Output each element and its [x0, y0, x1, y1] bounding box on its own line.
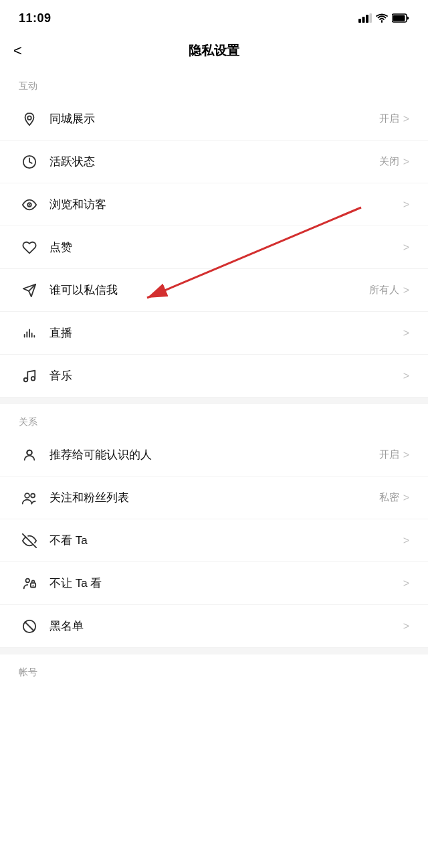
menu-arrow-live: > [403, 327, 409, 339]
svg-point-21 [25, 493, 29, 498]
status-bar: 11:09 [0, 0, 428, 33]
svg-rect-2 [366, 15, 368, 23]
menu-value-active: 关闭 [379, 155, 399, 168]
menu-arrow-followlist: > [403, 492, 409, 504]
menu-arrow-active: > [403, 156, 409, 168]
menu-arrow-message: > [403, 284, 409, 296]
menu-item-blacklist[interactable]: 黑名单 > [0, 605, 428, 648]
section-divider [0, 398, 428, 404]
menu-arrow-browse: > [403, 199, 409, 211]
menu-label-blacklist: 黑名单 [49, 618, 399, 634]
menu-arrow-notwatch: > [403, 535, 409, 547]
menu-arrow-recommend: > [403, 449, 409, 461]
menu-value-message: 所有人 [369, 284, 399, 296]
menu-label-music: 音乐 [49, 368, 399, 383]
section-label-guanxi: 关系 [0, 404, 428, 434]
menu-item-notwatch[interactable]: 不看 Ta > [0, 519, 428, 562]
svg-rect-0 [358, 19, 361, 23]
svg-line-28 [25, 622, 34, 630]
heart-icon [19, 237, 40, 258]
svg-rect-3 [370, 13, 372, 23]
menu-arrow-blacklist: > [403, 620, 409, 632]
battery-icon [392, 13, 409, 23]
menu-value-followlist: 私密 [379, 491, 399, 504]
eye-icon [19, 194, 40, 215]
menu-label-message: 谁可以私信我 [49, 282, 369, 298]
location-icon [19, 108, 40, 130]
svg-rect-5 [393, 15, 405, 21]
menu-arrow-music: > [403, 370, 409, 382]
lock-person-icon [19, 573, 40, 594]
svg-point-6 [27, 116, 31, 120]
signal-icon [358, 13, 372, 23]
svg-point-22 [31, 493, 35, 497]
send-icon [19, 280, 40, 301]
menu-arrow-like: > [403, 242, 409, 254]
menu-item-followlist[interactable]: 关注和粉丝列表 私密 > [0, 476, 428, 519]
section-label-hudong: 互动 [0, 68, 428, 98]
status-icons [358, 13, 409, 23]
menu-item-like[interactable]: 点赞 > [0, 226, 428, 269]
live-icon [19, 323, 40, 344]
menu-arrow-tongcheng: > [403, 113, 409, 125]
menu-label-live: 直播 [49, 325, 399, 341]
svg-point-26 [33, 584, 34, 586]
menu-label-notsee: 不让 Ta 看 [49, 576, 399, 591]
status-time: 11:09 [19, 11, 51, 25]
menu-label-followlist: 关注和粉丝列表 [49, 490, 379, 505]
menu-label-recommend: 推荐给可能认识的人 [49, 447, 379, 462]
svg-point-20 [27, 450, 31, 454]
menu-label-like: 点赞 [49, 240, 399, 255]
block-icon [19, 616, 40, 637]
people-icon [19, 487, 40, 509]
menu-label-active: 活跃状态 [49, 154, 379, 169]
eye-off-icon [19, 530, 40, 551]
menu-value-tongcheng: 开启 [379, 112, 399, 125]
menu-item-tongcheng[interactable]: 同城展示 开启 > [0, 98, 428, 141]
nav-bar: < 隐私设置 [0, 33, 428, 68]
menu-item-notsee[interactable]: 不让 Ta 看 > [0, 562, 428, 605]
menu-item-music[interactable]: 音乐 > [0, 355, 428, 398]
menu-item-recommend[interactable]: 推荐给可能认识的人 开启 > [0, 434, 428, 476]
section-divider-bottom [0, 648, 428, 655]
section-label-account: 帐号 [0, 655, 428, 684]
menu-item-message[interactable]: 谁可以私信我 所有人 > [0, 269, 428, 312]
wifi-icon [376, 13, 388, 23]
svg-point-18 [31, 376, 35, 380]
svg-point-9 [29, 203, 30, 205]
back-button[interactable]: < [13, 42, 22, 60]
menu-label-browse: 浏览和访客 [49, 197, 399, 212]
menu-label-tongcheng: 同城展示 [49, 111, 379, 126]
menu-arrow-notsee: > [403, 578, 409, 590]
menu-item-live[interactable]: 直播 > [0, 312, 428, 355]
menu-value-recommend: 开启 [379, 448, 399, 461]
svg-point-24 [26, 578, 30, 582]
svg-rect-1 [362, 17, 365, 23]
music-icon [19, 365, 40, 387]
page-title: 隐私设置 [189, 42, 239, 60]
person-icon [19, 444, 40, 466]
menu-item-browse[interactable]: 浏览和访客 > [0, 183, 428, 226]
menu-item-active[interactable]: 活跃状态 关闭 > [0, 141, 428, 183]
active-icon [19, 151, 40, 173]
svg-point-17 [24, 377, 28, 381]
menu-label-notwatch: 不看 Ta [49, 533, 399, 548]
